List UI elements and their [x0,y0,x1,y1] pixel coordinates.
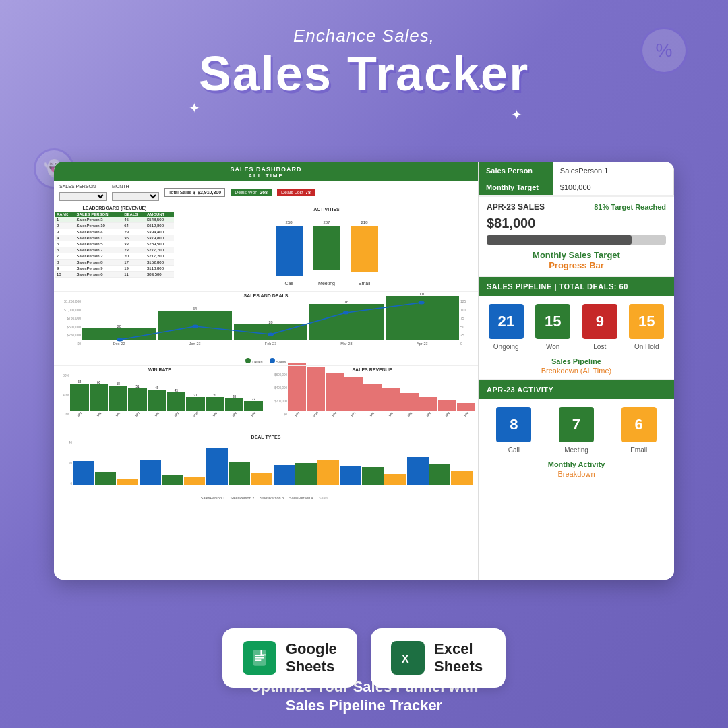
total-sales-value: $2,910,300 [198,190,221,195]
progress-bar-label: Progress Bar [487,260,666,270]
sales-person-value: SalesPerson 1 [553,162,673,179]
activity-call-label: Call [508,446,520,454]
sales-person-filter-label: SALES PERSON [59,184,107,189]
lb-col-deals: DEALS [123,212,146,217]
target-reached-text: 81% Target Reached [594,203,666,211]
pipeline-onhold-label: On Hold [634,343,659,351]
table-row: 6 SalesPerson 7 23 $277,700 [55,247,174,253]
act-call-value: 238 [285,220,292,224]
pipeline-header: SALES PIPELINE | TOTAL DEALS: 60 [479,277,674,296]
table-row: 8 SalesPerson 8 17 $152,800 [55,260,174,266]
pipeline-subtitle2: Breakdown (All Time) [479,367,674,379]
apr-sales-label: APR-23 SALES [487,202,545,212]
svg-rect-8 [255,659,261,661]
sales-bar-apr23: 110 Apr-23 [386,292,459,346]
sales-deals-section: SALES AND DEALS $1,250,000$1,000,000$750… [54,292,478,366]
activity-meeting: 7 Meeting [559,407,594,454]
activity-header: APR-23 ACTIVITY [479,380,674,399]
table-row: 3 SalesPerson 4 29 $394,400 [55,229,174,235]
progress-bar-container [487,235,666,245]
month-select[interactable] [112,192,159,201]
act-meeting-value: 207 [323,220,330,224]
pipeline-ongoing: 21 Ongoing [489,304,524,351]
sales-bar-mar23: 76 Mar-23 [309,300,383,346]
deal-types-section: DEAL TYPES 40200 [54,433,478,580]
activities-area: ACTIVITIES 238 Call 207 Meet [175,204,478,291]
google-sheets-badge[interactable]: GoogleSheets [222,628,357,688]
act-bar-call: 238 Call [276,220,303,286]
win-rate-chart: 80%40%0% 62SP3 60SP1 58SP4 51SP7 49SP5 4… [57,373,263,424]
deal-types-chart: 40200 [57,441,475,495]
header: Enchance Sales, Sales Tracker [0,0,728,98]
table-row: 9 SalesPerson 9 19 $118,800 [55,266,174,272]
pipeline-won-label: Won [546,343,559,351]
table-row: 2 SalesPerson 10 64 $612,800 [55,223,174,229]
leaderboard-table: RANK SALES PERSON DEALS AMOUNT 1 SalesPe… [55,212,174,278]
y-axis-right: 1251007550250 [459,299,475,357]
info-table: Sales Person SalesPerson 1 Monthly Targe… [479,162,674,197]
pipeline-ongoing-label: Ongoing [493,343,519,351]
bottom-section: GoogleSheets X ExcelSheets [54,628,674,688]
sales-bar-dec22: 20 Dec-22 [82,324,156,346]
activities-title: ACTIVITIES [178,207,475,212]
table-row: 7 SalesPerson 2 20 $217,200 [55,253,174,260]
sales-revenue-chart: $600,000$400,000$200,000$0 SP3 SP10 SP4 … [269,373,475,424]
sales-revenue-bars: SP3 SP10 SP4 SP1 SP5 SP7 SP2 SP8 SP9 SP6 [288,373,475,424]
left-panel: SALES DASHBOARD ALL TIME SALES PERSON MO… [54,162,479,580]
deals-lost-value: 78 [305,190,311,195]
sparkle-1: ✦ [189,100,200,116]
pipeline-won: 15 Won [535,304,570,351]
progress-bar-fill [487,235,632,245]
apr-header: APR-23 SALES 81% Target Reached [487,202,666,212]
pipeline-lost-box: 9 [582,304,617,339]
pipeline-lost-label: Lost [593,343,606,351]
leaderboard-activities-row: LEADERBOARD (REVENUE) RANK SALES PERSON … [54,204,478,292]
google-sheets-name: GoogleSheets [286,640,337,675]
table-row: 1 SalesPerson 3 46 $548,500 [55,217,174,223]
activity-boxes: 8 Call 7 Meeting 6 Email [479,399,674,459]
pipeline-won-box: 15 [535,304,570,339]
y-axis-left: $1,250,000$1,000,000$750,000$500,000$250… [57,299,82,357]
pipeline-ongoing-box: 21 [489,304,524,339]
deals-lost-label: Deals Lost [281,190,303,195]
act-bar-meeting: 207 Meeting [313,220,340,286]
header-subtitle: Enchance Sales, [0,26,728,47]
excel-sheets-icon: X [391,641,425,675]
activity-call: 8 Call [496,407,531,454]
sales-person-label: Sales Person [479,162,553,179]
sales-revenue-section: SALES REVENUE $600,000$400,000$200,000$0… [266,366,478,433]
monthly-target-label: Monthly Target [479,179,553,197]
sales-bars-container: 20 Dec-22 64 Jan-23 28 Feb-23 [82,299,459,357]
deals-won-badge: Deals Won 268 [231,189,272,196]
dashboard-subtitle: ALL TIME [57,173,475,179]
activities-bars: 238 Call 207 Meeting 218 [178,214,475,289]
dashboard-title: SALES DASHBOARD [57,166,475,173]
month-filter-label: MONTH [112,184,159,189]
header-title: Sales Tracker [0,49,728,98]
activity-subtitle2: Breakdown [479,470,674,482]
filters-row: SALES PERSON MONTH Total Sales $ $2,910,… [54,181,478,204]
excel-sheets-badge[interactable]: X ExcelSheets [371,628,506,688]
apr-amount: $81,000 [487,216,666,231]
sales-person-select[interactable] [59,192,107,201]
table-row: 5 SalesPerson 5 33 $289,500 [55,241,174,247]
lb-col-rank: RANK [55,212,75,217]
sales-person-row: Sales Person SalesPerson 1 [479,162,674,179]
apr-sales-section: APR-23 SALES 81% Target Reached $81,000 … [479,197,674,277]
activity-email-label: Email [630,446,647,454]
leaderboard-title: LEADERBOARD (REVENUE) [55,206,174,210]
pipeline-onhold-box: 15 [629,304,664,339]
leaderboard: LEADERBOARD (REVENUE) RANK SALES PERSON … [54,204,175,291]
deal-types-title: DEAL TYPES [57,435,475,439]
activity-call-box: 8 [496,407,531,442]
sales-bar-feb23: 28 Feb-23 [234,320,307,346]
google-sheets-icon [243,641,276,675]
chart-legend: Deals Sales [57,358,475,364]
deals-won-value: 268 [260,190,268,195]
pipeline-bars: 21 Ongoing 15 Won 9 Lost 15 On Hold [479,296,674,356]
lb-col-amount: AMOUNT [146,212,174,217]
win-rate-section: WIN RATE 80%40%0% 62SP3 60SP1 58SP4 51SP… [54,366,266,433]
monthly-sales-target-label: Monthly Sales Target [487,250,666,260]
lb-col-name: SALES PERSON [75,212,123,217]
pipeline-lost: 9 Lost [582,304,617,351]
